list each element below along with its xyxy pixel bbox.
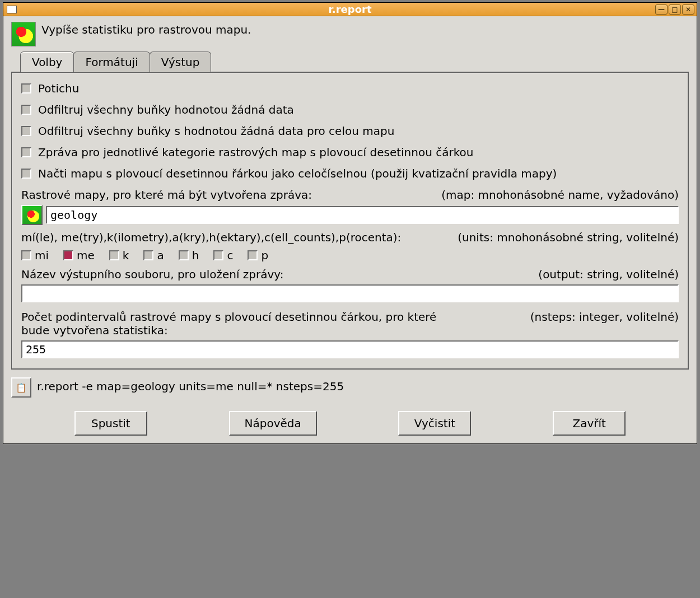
tab-output-label: Výstup xyxy=(161,55,200,69)
nsteps-input[interactable] xyxy=(21,340,679,358)
tab-bar: Volby Formátuji Výstup xyxy=(11,51,689,72)
window-controls: — □ ✕ xyxy=(655,4,694,15)
clear-button[interactable]: Vyčistit xyxy=(398,411,471,436)
read-fp-as-int-label: Načti mapu s plovoucí desetinnou řárkou … xyxy=(38,167,557,180)
maximize-button[interactable]: □ xyxy=(669,4,681,15)
output-label: Název výstupního souboru, pro uložení zp… xyxy=(21,268,283,281)
titlebar[interactable]: r.report — □ ✕ xyxy=(3,3,697,16)
fp-categories-checkbox[interactable] xyxy=(21,147,31,157)
close-button-label: Zavřít xyxy=(572,417,605,430)
units-label: mí(le), me(try),k(ilometry),a(kry),h(ekt… xyxy=(21,231,401,244)
help-button-label: Nápověda xyxy=(245,417,301,430)
check-read-fp-as-int-row: Načti mapu s plovoucí desetinnou řárkou … xyxy=(21,167,679,180)
fp-categories-label: Zpráva pro jednotlivé kategorie rastrový… xyxy=(38,146,474,159)
filter-nodata-whole-checkbox[interactable] xyxy=(21,126,31,136)
filter-nodata-whole-label: Odfiltruj všechny buňky s hodnotou žádná… xyxy=(38,124,394,138)
grass-raster-icon xyxy=(11,22,36,46)
run-button[interactable]: Spustit xyxy=(74,411,147,436)
unit-h-label: h xyxy=(192,249,199,262)
check-quiet-row: Potichu xyxy=(21,82,679,95)
button-row: Spustit Nápověda Vyčistit Zavřít xyxy=(11,411,689,436)
command-row: 📋 r.report -e map=geology units=me null=… xyxy=(11,377,689,398)
output-label-row: Název výstupního souboru, pro uložení zp… xyxy=(21,268,679,281)
unit-a-label: a xyxy=(157,249,164,262)
maximize-icon: □ xyxy=(671,6,678,13)
run-button-label: Spustit xyxy=(91,417,130,430)
tab-format-label: Formátuji xyxy=(85,55,138,69)
tab-options[interactable]: Volby xyxy=(20,52,74,72)
unit-k-label: k xyxy=(123,249,129,262)
nsteps-label: Počet podintervalů rastrové mapy s plovo… xyxy=(21,310,458,337)
unit-mi-label: mi xyxy=(35,249,49,262)
units-checkbox-row: mi me k a h c p xyxy=(21,249,679,262)
map-label: Rastrové mapy, pro které má být vytvořen… xyxy=(21,188,312,202)
window-title: r.report xyxy=(3,3,697,15)
map-input[interactable] xyxy=(46,206,679,224)
help-button[interactable]: Nápověda xyxy=(229,411,317,436)
check-filter-nodata-whole-row: Odfiltruj všechny buňky s hodnotou žádná… xyxy=(21,124,679,138)
app-window: r.report — □ ✕ Vypíše statistiku pro ras… xyxy=(3,2,697,444)
check-fp-categories-row: Zpráva pro jednotlivé kategorie rastrový… xyxy=(21,146,679,159)
unit-h-checkbox[interactable] xyxy=(179,250,189,260)
unit-c-checkbox[interactable] xyxy=(213,250,223,260)
filter-nodata-checkbox[interactable] xyxy=(21,105,31,115)
tab-format[interactable]: Formátuji xyxy=(73,52,150,72)
tab-output[interactable]: Výstup xyxy=(150,52,212,72)
unit-p-label: p xyxy=(261,249,268,262)
quiet-checkbox[interactable] xyxy=(21,83,31,94)
map-input-row xyxy=(21,205,679,225)
units-hint: (units: mnohonásobné string, volitelné) xyxy=(458,231,679,244)
unit-mi-checkbox[interactable] xyxy=(21,250,31,260)
unit-me-label: me xyxy=(77,249,95,262)
options-panel: Potichu Odfiltruj všechny buňky hodnotou… xyxy=(11,72,689,370)
units-label-row: mí(le), me(try),k(ilometry),a(kry),h(ekt… xyxy=(21,231,679,244)
map-field-label-row: Rastrové mapy, pro které má být vytvořen… xyxy=(21,188,679,202)
clear-button-label: Vyčistit xyxy=(414,417,455,430)
unit-c-label: c xyxy=(227,249,233,262)
unit-k-checkbox[interactable] xyxy=(109,250,119,260)
output-hint: (output: string, volitelné) xyxy=(538,268,679,281)
nsteps-hint: (nsteps: integer, volitelné) xyxy=(530,310,679,337)
command-text: r.report -e map=geology units=me null=* … xyxy=(37,377,344,393)
read-fp-as-int-checkbox[interactable] xyxy=(21,169,31,179)
client-area: Vypíše statistiku pro rastrovou mapu. Vo… xyxy=(3,16,697,443)
minimize-icon: — xyxy=(658,6,665,13)
map-hint: (map: mnohonásobné name, vyžadováno) xyxy=(441,188,679,202)
copy-command-button[interactable]: 📋 xyxy=(11,377,31,398)
minimize-button[interactable]: — xyxy=(655,4,668,15)
unit-p-checkbox[interactable] xyxy=(248,250,258,260)
quiet-label: Potichu xyxy=(38,82,79,95)
copy-icon: 📋 xyxy=(16,382,27,393)
nsteps-label-row: Počet podintervalů rastrové mapy s plovo… xyxy=(21,310,679,337)
header-row: Vypíše statistiku pro rastrovou mapu. xyxy=(11,22,689,46)
system-menu-icon[interactable] xyxy=(7,6,17,13)
close-window-button[interactable]: ✕ xyxy=(682,4,694,15)
close-icon: ✕ xyxy=(685,6,691,13)
unit-a-checkbox[interactable] xyxy=(143,250,153,260)
check-filter-nodata-row: Odfiltruj všechny buňky hodnotou žádná d… xyxy=(21,103,679,116)
filter-nodata-label: Odfiltruj všechny buňky hodnotou žádná d… xyxy=(38,103,294,116)
unit-me-checkbox[interactable] xyxy=(63,250,73,260)
module-description: Vypíše statistiku pro rastrovou mapu. xyxy=(41,23,251,36)
map-picker-button[interactable] xyxy=(21,205,43,225)
tab-options-label: Volby xyxy=(32,55,62,69)
output-input[interactable] xyxy=(21,284,679,302)
close-button[interactable]: Zavřít xyxy=(553,411,626,436)
